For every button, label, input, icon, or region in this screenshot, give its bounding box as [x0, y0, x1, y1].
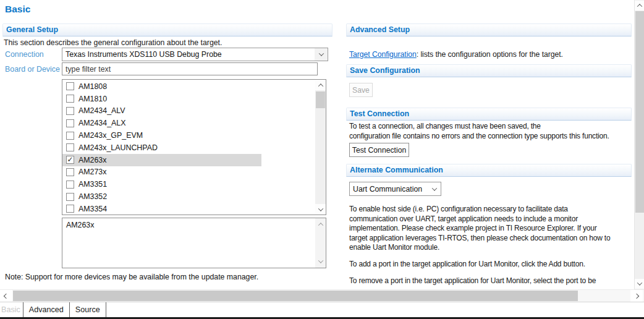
checkbox-icon[interactable] [66, 95, 74, 103]
checkbox-icon[interactable] [66, 168, 74, 176]
chevron-down-icon [315, 48, 328, 61]
target-configuration-line: Target Configuration: lists the configur… [349, 50, 563, 59]
device-label: AM2434_ALV [78, 106, 125, 115]
connection-dropdown-value: Texas Instruments XDS110 USB Debug Probe [62, 50, 315, 59]
save-button[interactable]: Save [349, 83, 373, 97]
device-label: AM1810 [78, 95, 107, 103]
device-row[interactable]: AM1810 [62, 93, 315, 105]
device-label: AM243x_GP_EVM [78, 131, 143, 140]
tab-source[interactable]: Source [70, 302, 106, 317]
selected-devices-scrollbar[interactable] [315, 218, 326, 268]
alternate-communication-dropdown[interactable]: Uart Communication [349, 182, 441, 196]
general-setup-header: General Setup [2, 23, 333, 36]
save-configuration-header: Save Configuration [346, 64, 632, 77]
checkbox-icon[interactable] [66, 119, 74, 127]
scroll-left-icon[interactable] [0, 290, 12, 302]
test-connection-header: Test Connection [346, 108, 632, 121]
general-setup-description: This section describes the general confi… [4, 38, 222, 47]
device-row[interactable]: AM243x_GP_EVM [62, 129, 315, 142]
checkbox-checked-icon[interactable]: ✓ [66, 156, 74, 164]
scroll-down-icon[interactable] [315, 204, 326, 215]
scroll-up-icon[interactable] [315, 220, 326, 229]
checkbox-icon[interactable] [66, 132, 74, 140]
device-list-scrollbar[interactable] [315, 80, 326, 215]
target-configuration-link[interactable]: Target Configuration [349, 50, 417, 59]
uart-monitor-paragraph-3: To remove a port in the target applicati… [349, 276, 596, 286]
alternate-communication-dropdown-value: Uart Communication [350, 185, 428, 194]
device-label: AM3352 [78, 192, 107, 201]
checkbox-icon[interactable] [66, 205, 74, 213]
uart-monitor-paragraph-2: To add a port in the target application … [349, 260, 585, 270]
advanced-setup-header: Advanced Setup [346, 23, 632, 36]
scroll-down-icon[interactable] [635, 279, 644, 289]
scroll-up-icon[interactable] [635, 1, 644, 11]
scroll-up-icon[interactable] [315, 80, 326, 90]
test-connection-description: To test a connection, all changes must h… [349, 122, 609, 141]
editor-page-tabs: Basic Advanced Source [0, 302, 644, 317]
device-row[interactable]: AM273x [62, 166, 315, 179]
device-row[interactable]: AM2434_ALV [62, 105, 315, 117]
scroll-right-icon[interactable] [630, 290, 643, 302]
device-row[interactable]: AM243x_LAUNCHPAD [62, 142, 315, 154]
editor-horizontal-scrollbar[interactable] [0, 289, 644, 302]
selected-devices-value: AM263x [66, 221, 94, 229]
checkbox-icon[interactable] [66, 82, 74, 90]
checkbox-icon[interactable] [66, 143, 74, 151]
connection-dropdown[interactable]: Texas Instruments XDS110 USB Debug Probe [62, 48, 328, 61]
device-label: AM263x [78, 156, 106, 164]
update-manager-note: Note: Support for more devices may be av… [5, 273, 258, 281]
test-connection-button[interactable]: Test Connection [349, 143, 409, 157]
checkbox-icon[interactable] [66, 181, 74, 189]
device-label: AM3354 [78, 205, 107, 213]
target-configuration-link-suffix: : lists the configuration options for th… [417, 50, 563, 59]
scroll-down-icon[interactable] [315, 257, 326, 266]
uart-monitor-paragraph-1: To enable host side (i.e. PC) configurat… [349, 205, 610, 253]
checkbox-icon[interactable] [66, 193, 74, 201]
tab-advanced[interactable]: Advanced [23, 302, 70, 317]
device-row[interactable]: AM2434_ALX [62, 117, 315, 129]
tab-basic[interactable]: Basic [0, 302, 23, 317]
device-label: AM243x_LAUNCHPAD [78, 143, 158, 152]
page-title: Basic [5, 4, 30, 15]
device-label: AM273x [78, 168, 106, 176]
chevron-down-icon [428, 182, 441, 195]
device-row[interactable]: AM3352 [62, 190, 315, 203]
device-label: AM1808 [78, 82, 107, 91]
connection-label: Connection [5, 50, 44, 59]
device-label: AM2434_ALX [78, 119, 125, 127]
device-list: AM1808AM1810AM2434_ALVAM2434_ALXAM243x_G… [62, 80, 315, 215]
selected-devices-textarea[interactable]: AM263x [62, 218, 326, 268]
device-row[interactable]: AM3351 [62, 178, 315, 190]
checkbox-icon[interactable] [66, 107, 74, 115]
device-list-scrollbar-thumb[interactable] [316, 91, 325, 108]
target-configuration-editor: Basic General Setup This section describ… [0, 0, 644, 319]
device-row[interactable]: AM1808 [62, 80, 315, 93]
device-listbox: AM1808AM1810AM2434_ALVAM2434_ALXAM243x_G… [62, 79, 326, 215]
alternate-communication-header: Alternate Communication [346, 164, 632, 177]
device-row[interactable]: AM3354 [62, 203, 315, 215]
vertical-scrollbar-thumb[interactable] [635, 11, 644, 213]
horizontal-scrollbar-thumb[interactable] [13, 291, 578, 301]
board-or-device-label: Board or Device [5, 65, 60, 74]
device-row[interactable]: ✓AM263x [62, 154, 315, 166]
device-label: AM3351 [78, 180, 107, 189]
device-filter-input[interactable] [62, 62, 318, 75]
editor-vertical-scrollbar[interactable] [634, 0, 644, 289]
